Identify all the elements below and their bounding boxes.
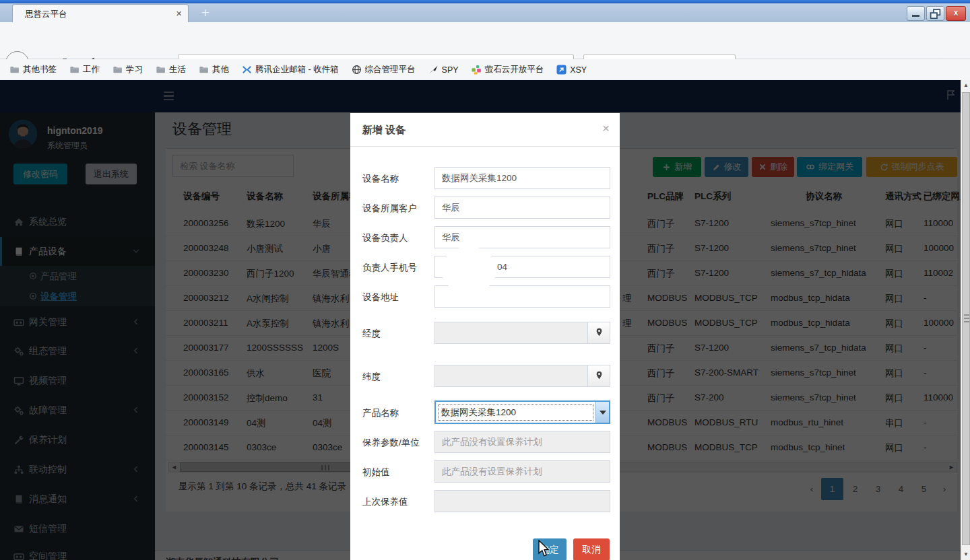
xsy-icon xyxy=(556,65,567,75)
bookmark-item[interactable]: 萤石云开放平台 xyxy=(472,64,544,75)
field-label: 产品名称 xyxy=(362,407,399,419)
bookmark-item[interactable]: XSY xyxy=(556,65,587,75)
dart-icon xyxy=(428,65,439,75)
bookmarks-bar: 其他书签工作学习生活其他腾讯企业邮箱 - 收件箱综合管理平台SPY萤石云开放平台… xyxy=(0,59,970,80)
folder-icon xyxy=(112,65,123,75)
tab-close-icon[interactable]: × xyxy=(176,7,182,19)
mouse-cursor xyxy=(538,540,550,558)
location-pin-icon xyxy=(588,370,610,380)
close-button[interactable]: x xyxy=(946,6,966,21)
modal-field-row: 上次保养值 xyxy=(350,490,620,512)
map-pin-button[interactable] xyxy=(588,322,610,344)
bookmark-label: 其他 xyxy=(212,64,229,75)
folder-icon xyxy=(199,65,209,75)
browser-tab-bar: 思普云平台 × + x xyxy=(0,3,970,22)
field-input-纬度 xyxy=(434,365,588,387)
field-input-设备所属客户[interactable]: 华辰 xyxy=(434,197,610,219)
field-input-经度 xyxy=(434,322,588,344)
select-arrow-icon[interactable] xyxy=(595,402,609,423)
field-label: 设备地址 xyxy=(362,291,399,304)
bookmark-item[interactable]: 生活 xyxy=(156,64,186,75)
browser-toolbar: ← → ↻ iot.idosp.net/admin/index.html?lan… xyxy=(0,22,970,59)
bookmark-label: 其他书签 xyxy=(23,64,57,75)
bookmark-item[interactable]: 腾讯企业邮箱 - 收件箱 xyxy=(242,64,339,75)
folder-icon xyxy=(9,65,20,75)
modal-title: 新增 设备 xyxy=(362,124,406,137)
field-label: 负责人手机号 xyxy=(362,262,417,274)
modal-header: 新增 设备 × xyxy=(350,113,620,147)
exmail-icon xyxy=(242,65,252,75)
location-pin-icon xyxy=(588,327,610,337)
field-label: 上次保养值 xyxy=(362,496,408,508)
globe-icon xyxy=(352,65,362,75)
modal-field-row: 经度 xyxy=(350,322,620,344)
bookmark-label: 综合管理平台 xyxy=(365,64,416,75)
new-tab-button[interactable]: + xyxy=(195,5,216,22)
close-icon: x xyxy=(946,8,965,18)
bookmark-label: 学习 xyxy=(126,64,143,75)
modal-field-row: 纬度 xyxy=(350,365,620,387)
field-input-设备名称[interactable]: 数据网关采集1200 xyxy=(434,167,610,189)
bookmark-item[interactable]: SPY xyxy=(428,65,459,75)
map-pin-button[interactable] xyxy=(588,365,610,387)
field-label: 设备所属客户 xyxy=(362,203,417,215)
modal-field-row: 设备名称数据网关采集1200 xyxy=(350,167,620,189)
ys7-icon xyxy=(472,65,482,75)
bookmark-label: 萤石云开放平台 xyxy=(485,64,544,75)
browser-tab[interactable]: 思普云平台 × xyxy=(12,4,189,22)
tab-title: 思普云平台 xyxy=(25,9,67,20)
modal-close-icon[interactable]: × xyxy=(602,121,610,136)
scrollbar-thumb[interactable] xyxy=(962,92,970,545)
bookmark-label: SPY xyxy=(442,65,459,75)
field-label: 经度 xyxy=(362,328,381,340)
modal-field-row: 保养参数/单位此产品没有设置保养计划 xyxy=(350,431,620,453)
bookmark-item[interactable]: 其他书签 xyxy=(9,64,57,75)
cancel-button[interactable]: 取消 xyxy=(573,538,610,560)
scroll-down-icon[interactable]: ▼ xyxy=(961,549,970,560)
folder-icon xyxy=(156,65,166,75)
product-select[interactable]: 数据网关采集1200 xyxy=(434,400,610,424)
bookmark-label: XSY xyxy=(570,65,587,75)
restore-icon xyxy=(927,7,944,21)
folder-icon xyxy=(69,65,79,75)
window-controls: x xyxy=(907,6,966,22)
privacy-blur xyxy=(441,246,496,293)
field-label: 设备名称 xyxy=(362,173,399,185)
add-device-modal: 新增 设备 × 设备名称数据网关采集1200设备所属客户华辰设备负责人华辰负责人… xyxy=(350,113,620,560)
field-input-保养参数/单位: 此产品没有设置保养计划 xyxy=(434,431,610,453)
minimize-button[interactable] xyxy=(907,6,925,21)
field-label: 初始值 xyxy=(362,466,390,479)
bookmark-label: 腾讯企业邮箱 - 收件箱 xyxy=(255,64,339,75)
field-label: 设备负责人 xyxy=(362,232,408,244)
bookmark-item[interactable]: 综合管理平台 xyxy=(352,64,416,75)
field-input-初始值: 此产品没有设置保养计划 xyxy=(434,460,610,483)
bookmark-item[interactable]: 学习 xyxy=(112,64,143,75)
vertical-scrollbar[interactable]: ▲ ▼ xyxy=(961,80,970,560)
bookmark-label: 生活 xyxy=(169,64,186,75)
modal-field-row: 设备所属客户华辰 xyxy=(350,197,620,219)
restore-button[interactable] xyxy=(926,6,944,21)
field-label: 纬度 xyxy=(362,371,381,383)
modal-field-row: 产品名称数据网关采集1200 xyxy=(350,401,620,423)
screen: 思普云平台 × + x ← → ↻ iot.i xyxy=(0,0,970,560)
modal-field-row: 设备负责人华辰 xyxy=(350,226,620,248)
field-label: 保养参数/单位 xyxy=(362,437,420,449)
field-input-设备负责人[interactable]: 华辰 xyxy=(434,226,610,248)
modal-field-row: 初始值此产品没有设置保养计划 xyxy=(350,460,620,483)
bookmark-item[interactable]: 工作 xyxy=(69,64,100,75)
phone-suffix: 04 xyxy=(497,256,507,277)
field-input-上次保养值 xyxy=(434,490,610,512)
scroll-up-icon[interactable]: ▲ xyxy=(961,80,970,91)
bookmark-item[interactable]: 其他 xyxy=(199,64,229,75)
bookmark-label: 工作 xyxy=(83,64,100,75)
select-value: 数据网关采集1200 xyxy=(436,402,595,423)
